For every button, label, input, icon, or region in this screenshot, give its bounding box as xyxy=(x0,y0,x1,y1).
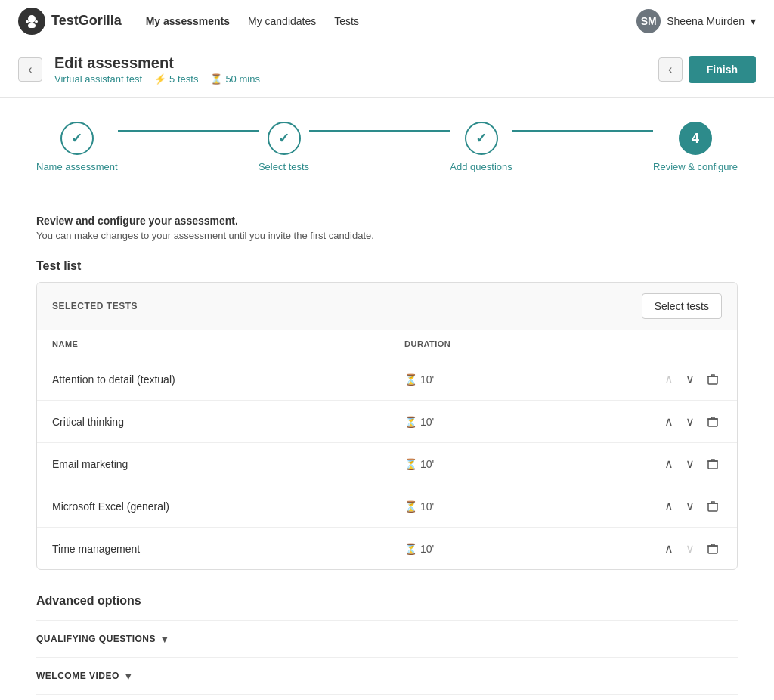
select-tests-button[interactable]: Select tests xyxy=(642,293,722,319)
move-up-button[interactable]: ∧ xyxy=(661,411,676,432)
step-1: ✓ Name assessment xyxy=(36,122,118,172)
table-row: Time management ⏳ 10' ∧ ∨ xyxy=(37,528,737,570)
svg-rect-6 xyxy=(708,461,717,469)
tests-count: ⚡ 5 tests xyxy=(154,73,198,85)
action-cell: ∧ ∨ xyxy=(528,528,737,570)
timer-icon: ⏳ xyxy=(404,500,417,513)
header-subtitle: Virtual assistant test ⚡ 5 tests ⏳ 50 mi… xyxy=(54,73,260,85)
table-header-row: NAME DURATION xyxy=(37,330,737,358)
header-right: ‹ Finish xyxy=(658,56,756,83)
col-duration: DURATION xyxy=(389,330,737,358)
navbar-left: TestGorilla My assessments My candidates… xyxy=(18,8,359,35)
accordion-item: ANTI-CHEATING SETTINGS ▾ xyxy=(36,694,738,700)
test-name-cell: Microsoft Excel (general) xyxy=(37,485,389,528)
move-down-button: ∨ xyxy=(683,538,698,559)
time-duration: ⏳ 50 mins xyxy=(210,73,260,85)
duration-cell: ⏳ 10' xyxy=(389,443,528,485)
test-name-cell: Critical thinking xyxy=(37,401,389,443)
finish-button[interactable]: Finish xyxy=(689,56,756,83)
timer-icon: ⏳ xyxy=(404,458,417,470)
col-name: NAME xyxy=(37,330,389,358)
nav-link-tests[interactable]: Tests xyxy=(334,15,359,27)
timer-icon: ⏳ xyxy=(404,543,417,555)
step-2: ✓ Select tests xyxy=(259,122,309,172)
delete-button[interactable] xyxy=(704,370,722,389)
delete-button[interactable] xyxy=(704,455,722,473)
accordion-item: WELCOME VIDEO ▾ xyxy=(36,657,738,694)
svg-rect-7 xyxy=(708,503,717,511)
delete-button[interactable] xyxy=(704,540,722,558)
step-label-3: Add questions xyxy=(450,161,512,172)
lightning-icon: ⚡ xyxy=(154,73,166,85)
delete-button[interactable] xyxy=(704,413,722,431)
delete-button[interactable] xyxy=(704,497,722,516)
move-down-button[interactable]: ∨ xyxy=(683,411,698,432)
svg-rect-2 xyxy=(26,20,29,23)
review-title: Review and configure your assessment. xyxy=(36,215,738,227)
advanced-options-title: Advanced options xyxy=(36,594,738,608)
user-name: Sheena Muirden xyxy=(667,15,745,27)
move-down-button[interactable]: ∨ xyxy=(683,454,698,474)
accordion-header[interactable]: QUALIFYING QUESTIONS ▾ xyxy=(36,633,738,645)
stepper: ✓ Name assessment ✓ Select tests ✓ Add q… xyxy=(0,98,774,197)
nav-link-assessments[interactable]: My assessments xyxy=(146,15,230,27)
table-row: Critical thinking ⏳ 10' ∧ ∨ xyxy=(37,401,737,443)
svg-rect-3 xyxy=(35,20,38,23)
action-cell: ∧ ∨ xyxy=(528,443,737,485)
test-name: Critical thinking xyxy=(52,416,124,428)
test-name: Email marketing xyxy=(52,458,128,470)
move-up-button[interactable]: ∧ xyxy=(661,496,676,516)
navbar: TestGorilla My assessments My candidates… xyxy=(0,0,774,42)
user-menu[interactable]: SM Sheena Muirden ▾ xyxy=(636,9,756,33)
clock-icon: ⏳ xyxy=(210,73,222,85)
action-cell: ∧ ∨ xyxy=(528,401,737,443)
checkmark-icon-1: ✓ xyxy=(71,130,82,147)
prev-button[interactable]: ‹ xyxy=(658,57,683,82)
logo-text: TestGorilla xyxy=(51,13,122,29)
step-circle-2: ✓ xyxy=(268,122,301,155)
svg-rect-1 xyxy=(28,23,36,28)
timer-icon: ⏳ xyxy=(404,416,417,428)
chevron-down-icon: ▾ xyxy=(162,633,168,645)
timer-icon: ⏳ xyxy=(404,373,417,386)
test-name: Attention to detail (textual) xyxy=(52,373,175,386)
duration-cell: ⏳ 10' xyxy=(389,358,528,401)
step-line-1 xyxy=(118,130,259,132)
step-4: 4 Review & configure xyxy=(653,122,738,172)
move-down-button[interactable]: ∨ xyxy=(683,369,698,389)
nav-link-candidates[interactable]: My candidates xyxy=(248,15,316,27)
move-up-button: ∧ xyxy=(661,369,676,389)
main-content: Review and configure your assessment. Yo… xyxy=(0,197,774,700)
move-up-button[interactable]: ∧ xyxy=(661,454,676,474)
header-bar: ‹ Edit assessment Virtual assistant test… xyxy=(0,42,774,98)
accordion-label: WELCOME VIDEO xyxy=(36,671,119,681)
back-button[interactable]: ‹ xyxy=(18,57,42,82)
step-circle-1: ✓ xyxy=(60,122,94,155)
move-up-button[interactable]: ∧ xyxy=(661,538,676,559)
test-name-cell: Email marketing xyxy=(37,443,389,485)
svg-rect-5 xyxy=(708,419,717,426)
step-line-2 xyxy=(309,130,450,132)
nav-links: My assessments My candidates Tests xyxy=(146,15,359,27)
logo: TestGorilla xyxy=(18,8,122,35)
selected-tests-label: SELECTED TESTS xyxy=(52,301,138,311)
tests-table: NAME DURATION Attention to detail (textu… xyxy=(37,330,737,569)
step-label-1: Name assessment xyxy=(36,161,118,172)
test-name-cell: Attention to detail (textual) xyxy=(37,358,389,401)
duration-value: 10' xyxy=(420,373,434,386)
test-name: Time management xyxy=(52,543,140,555)
move-down-button[interactable]: ∨ xyxy=(683,496,698,516)
table-row: Attention to detail (textual) ⏳ 10' ∧ ∨ xyxy=(37,358,737,401)
checkmark-icon-2: ✓ xyxy=(278,130,289,147)
svg-point-0 xyxy=(28,15,36,23)
test-name: Microsoft Excel (general) xyxy=(52,500,169,513)
duration-value: 10' xyxy=(420,543,434,555)
accordion-label: QUALIFYING QUESTIONS xyxy=(36,633,156,644)
chevron-down-icon: ▾ xyxy=(751,15,756,27)
duration-cell: ⏳ 10' xyxy=(389,485,528,528)
duration-value: 10' xyxy=(420,458,434,470)
accordion-header[interactable]: WELCOME VIDEO ▾ xyxy=(36,670,738,682)
checkmark-icon-3: ✓ xyxy=(475,130,487,147)
duration-value: 10' xyxy=(420,500,434,513)
table-row: Microsoft Excel (general) ⏳ 10' ∧ ∨ xyxy=(37,485,737,528)
